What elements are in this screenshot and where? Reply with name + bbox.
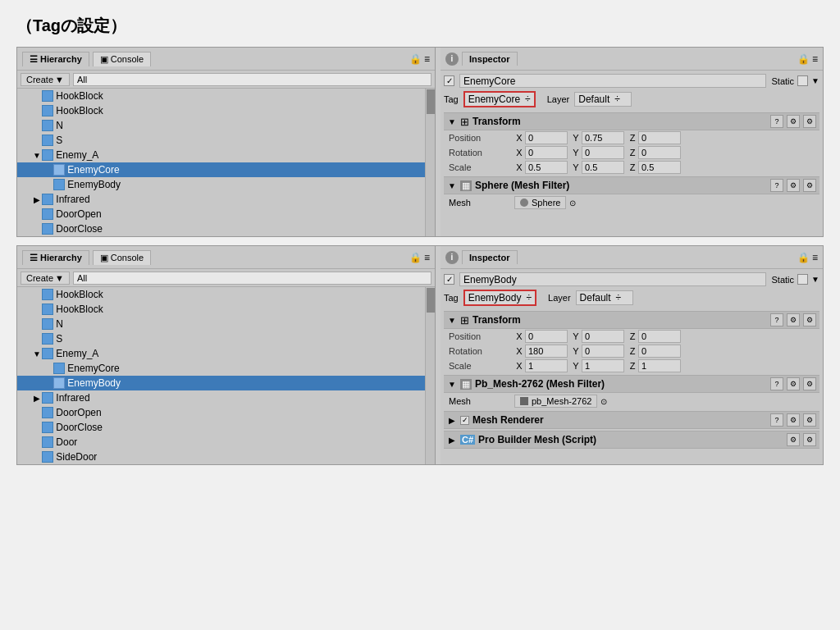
gameobj-name-input-1[interactable]	[459, 74, 766, 88]
mesh-renderer-expand-2[interactable]: ▶	[447, 416, 457, 425]
gameobj-name-input-2[interactable]	[459, 272, 766, 286]
cube-icon	[42, 392, 53, 404]
rot-x-input-2[interactable]	[525, 345, 568, 358]
rot-x-input-1[interactable]	[525, 146, 568, 159]
tab-inspector-2[interactable]: Inspector	[462, 250, 518, 264]
tag-select-1[interactable]: EnemyCore ÷	[463, 91, 536, 107]
tab-console-1[interactable]: ▣ Console	[93, 52, 151, 66]
create-button-1[interactable]: Create ▼	[21, 73, 70, 86]
list-item-selected[interactable]: EnemyBody	[17, 376, 435, 390]
scale-z-input-2[interactable]	[638, 359, 681, 372]
mesh-filter-help-2[interactable]: ?	[770, 377, 783, 390]
mesh-filter-settings-2[interactable]: ⚙	[803, 377, 816, 390]
static-label-1: Static	[771, 76, 794, 86]
mesh-renderer-settings-2[interactable]: ⚙	[803, 413, 816, 427]
list-item[interactable]: HookBlock	[17, 89, 435, 103]
cube-icon	[42, 90, 53, 102]
scale-y-input-2[interactable]	[582, 359, 624, 372]
list-item[interactable]: HookBlock	[17, 287, 435, 302]
mesh-renderer-gear-2[interactable]: ⚙	[787, 413, 800, 427]
pos-z-input-1[interactable]	[638, 131, 681, 144]
scrollbar-1[interactable]	[425, 89, 435, 236]
scale-x-input-1[interactable]	[525, 161, 568, 174]
rot-z-input-2[interactable]	[638, 345, 681, 358]
scale-z-input-1[interactable]	[638, 161, 681, 174]
gameobj-checkbox-1[interactable]: ✓	[444, 75, 454, 86]
pos-y-input-2[interactable]	[582, 330, 624, 343]
inspector-body-2: ✓ Static ▼ Tag EnemyBody ÷ Layer	[441, 269, 823, 464]
mesh-arrow-2[interactable]: ⊙	[600, 397, 607, 406]
list-item[interactable]: SideDoor	[17, 450, 435, 464]
mesh-filter-expand-2[interactable]: ▼	[447, 380, 457, 389]
list-item[interactable]: ▶ Infrared	[17, 192, 435, 207]
rot-y-input-2[interactable]	[582, 345, 624, 358]
list-item[interactable]: S	[17, 133, 435, 148]
mesh-filter-help-1[interactable]: ?	[770, 179, 783, 192]
mesh-renderer-title-2: Mesh Renderer	[472, 414, 544, 426]
list-item[interactable]: Door	[17, 435, 435, 450]
transform-gear-2[interactable]: ⚙	[787, 313, 800, 326]
transform-expand-1[interactable]: ▼	[447, 117, 457, 126]
hierarchy-toolbar-2: Create ▼	[17, 269, 435, 287]
list-item[interactable]: EnemyBody	[17, 177, 435, 192]
list-item[interactable]: DoorClose	[17, 221, 435, 236]
mesh-filter-settings-1[interactable]: ⚙	[803, 179, 816, 192]
rot-y-input-1[interactable]	[582, 146, 624, 159]
list-item[interactable]: DoorOpen	[17, 405, 435, 420]
pro-builder-expand-2[interactable]: ▶	[447, 436, 457, 445]
scrollbar-2[interactable]	[425, 287, 435, 464]
pos-z-input-2[interactable]	[638, 330, 681, 343]
list-item[interactable]: ▼ Enemy_A	[17, 148, 435, 162]
tab-inspector-1[interactable]: Inspector	[462, 52, 518, 66]
gameobj-checkbox-2[interactable]: ✓	[444, 274, 454, 285]
layer-select-1[interactable]: Default ÷	[574, 92, 632, 107]
static-arrow-2[interactable]: ▼	[811, 275, 819, 284]
mesh-renderer-checkbox-2[interactable]: ✓	[460, 416, 469, 425]
scale-x-input-2[interactable]	[525, 359, 568, 372]
pro-builder-settings-2[interactable]: ⚙	[803, 433, 816, 446]
transform-settings-2[interactable]: ⚙	[803, 313, 816, 326]
hierarchy-panel-1: ☰ Hierarchy ▣ Console 🔒 ≡ Create ▼ HookB…	[17, 48, 436, 236]
tag-select-2[interactable]: EnemyBody ÷	[463, 290, 536, 306]
static-checkbox-2[interactable]	[797, 274, 808, 285]
static-checkbox-1[interactable]	[797, 75, 808, 86]
transform-settings-1[interactable]: ⚙	[803, 115, 816, 128]
list-item[interactable]: DoorClose	[17, 420, 435, 435]
transform-icon-1: ⊞	[460, 116, 469, 128]
transform-help-1[interactable]: ?	[770, 115, 783, 128]
list-item[interactable]: N	[17, 317, 435, 331]
tab-console-2[interactable]: ▣ Console	[93, 250, 151, 265]
transform-gear-1[interactable]: ⚙	[787, 115, 800, 128]
mesh-filter-expand-1[interactable]: ▼	[447, 181, 457, 190]
list-item[interactable]: N	[17, 118, 435, 133]
list-item[interactable]: DoorOpen	[17, 207, 435, 221]
static-arrow-1[interactable]: ▼	[811, 76, 819, 85]
scale-y-input-1[interactable]	[582, 161, 624, 174]
transform-expand-2[interactable]: ▼	[447, 316, 457, 325]
pos-x-input-2[interactable]	[525, 330, 568, 343]
mesh-filter-gear-1[interactable]: ⚙	[787, 179, 800, 192]
search-input-1[interactable]	[73, 73, 431, 86]
cube-icon	[42, 451, 53, 463]
search-input-2[interactable]	[73, 272, 431, 285]
list-item[interactable]: EnemyCore	[17, 361, 435, 376]
mesh-renderer-help-2[interactable]: ?	[770, 413, 783, 427]
transform-help-2[interactable]: ?	[770, 313, 783, 326]
tab-hierarchy-2[interactable]: ☰ Hierarchy	[22, 250, 89, 265]
list-item[interactable]: HookBlock	[17, 302, 435, 317]
pos-x-input-1[interactable]	[525, 131, 568, 144]
mesh-arrow-1[interactable]: ⊙	[569, 199, 576, 208]
pos-y-input-1[interactable]	[582, 131, 624, 144]
list-item[interactable]: HookBlock	[17, 103, 435, 118]
pro-builder-gear-2[interactable]: ⚙	[787, 433, 800, 446]
mesh-filter-gear-2[interactable]: ⚙	[787, 377, 800, 390]
create-button-2[interactable]: Create ▼	[21, 272, 70, 285]
layer-select-2[interactable]: Default ÷	[576, 290, 633, 305]
list-item-selected[interactable]: EnemyCore	[17, 162, 435, 177]
list-item[interactable]: ▼ Enemy_A	[17, 346, 435, 361]
tab-hierarchy-1[interactable]: ☰ Hierarchy	[22, 52, 89, 66]
rot-z-input-1[interactable]	[638, 146, 681, 159]
list-item[interactable]: ▶ Infrared	[17, 390, 435, 405]
mesh-filter-header-1: ▼ ▦ Sphere (Mesh Filter) ? ⚙ ⚙	[444, 176, 819, 194]
list-item[interactable]: S	[17, 331, 435, 346]
